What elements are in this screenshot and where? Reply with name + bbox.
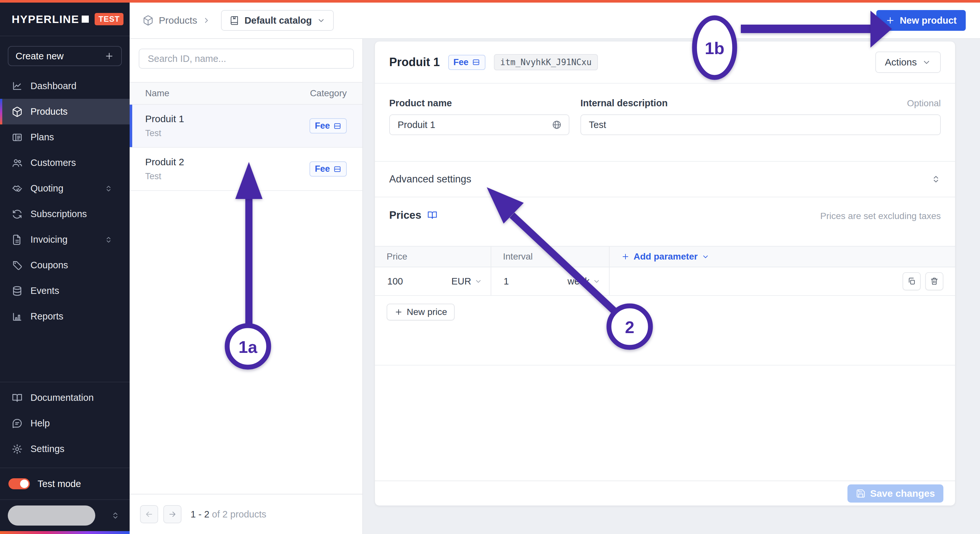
sidebar-item-label: Settings xyxy=(30,443,65,454)
open-book-icon[interactable] xyxy=(427,210,438,220)
sidebar-footer-nav: Documentation Help Settings xyxy=(0,385,130,462)
prev-page-button[interactable] xyxy=(140,505,158,523)
sidebar-item-quoting[interactable]: Quoting xyxy=(0,176,130,201)
column-name: Name xyxy=(145,88,170,99)
selected-indicator xyxy=(130,105,132,147)
new-product-button[interactable]: New product xyxy=(876,10,966,31)
sidebar: HYPERLINE TEST Create new Dashboard Prod… xyxy=(0,3,130,534)
save-changes-button[interactable]: Save changes xyxy=(848,485,943,502)
sidebar-item-events[interactable]: Events xyxy=(0,278,130,304)
sidebar-item-label: Invoicing xyxy=(30,234,67,245)
sidebar-item-help[interactable]: Help xyxy=(0,410,130,436)
product-id-pill[interactable]: itm_NvyhkK_J91NCxu xyxy=(494,54,598,70)
breadcrumb-products[interactable]: Products xyxy=(159,15,197,26)
sidebar-item-plans[interactable]: Plans xyxy=(0,124,130,150)
price-amount-input[interactable] xyxy=(387,276,427,287)
sidebar-item-customers[interactable]: Customers xyxy=(0,150,130,176)
sidebar-item-label: Help xyxy=(30,418,50,429)
sidebar-nav: Dashboard Products Plans Customers xyxy=(0,73,130,329)
column-interval: Interval xyxy=(491,246,609,267)
product-name-label: Product name xyxy=(389,98,452,108)
chevron-down-icon xyxy=(474,277,482,285)
product-category-text: Test xyxy=(145,172,310,181)
sidebar-item-invoicing[interactable]: Invoicing xyxy=(0,227,130,253)
sidebar-item-subscriptions[interactable]: Subscriptions xyxy=(0,201,130,227)
sidebar-item-label: Subscriptions xyxy=(30,209,87,219)
advanced-settings-label: Advanced settings xyxy=(389,173,471,185)
logo-mark xyxy=(82,16,89,23)
package-icon xyxy=(143,15,154,26)
sidebar-item-label: Quoting xyxy=(30,183,64,194)
currency-select[interactable]: EUR xyxy=(452,276,482,287)
pagination-status: 1 - 2 of 2 products xyxy=(191,509,266,520)
sidebar-item-dashboard[interactable]: Dashboard xyxy=(0,73,130,99)
sidebar-item-products[interactable]: Products xyxy=(0,99,130,124)
internal-description-label: Internal description xyxy=(581,98,668,108)
logo: HYPERLINE TEST xyxy=(0,3,130,36)
users-icon xyxy=(12,157,23,168)
open-book-icon xyxy=(12,393,23,404)
advanced-settings-toggle[interactable]: Advanced settings xyxy=(375,161,955,197)
package-icon xyxy=(12,106,23,117)
line-chart-icon xyxy=(12,81,23,92)
sidebar-divider xyxy=(0,382,130,382)
bar-chart-icon xyxy=(12,311,23,322)
price-table-header: Price Interval Add parameter xyxy=(375,246,955,267)
create-new-button[interactable]: Create new xyxy=(8,46,122,66)
account-switcher[interactable] xyxy=(8,505,95,526)
test-mode-toggle[interactable] xyxy=(8,478,30,489)
delete-price-button[interactable] xyxy=(925,272,943,290)
product-name-input[interactable] xyxy=(397,119,552,130)
pagination: 1 - 2 of 2 products xyxy=(130,494,362,534)
new-price-button[interactable]: New price xyxy=(387,304,455,321)
catalog-selector[interactable]: Default catalog xyxy=(221,10,334,31)
table-icon xyxy=(333,165,342,173)
sidebar-item-label: Customers xyxy=(30,157,76,168)
sidebar-item-label: Documentation xyxy=(30,393,94,403)
interval-unit-select[interactable]: week xyxy=(568,276,600,287)
column-price: Price xyxy=(375,246,491,267)
chevron-down-icon xyxy=(317,16,325,25)
refresh-icon xyxy=(12,209,23,220)
interval-unit-value: week xyxy=(568,276,590,287)
sidebar-item-documentation[interactable]: Documentation xyxy=(0,385,130,410)
product-list-panel: Name Category Produit 1 Test Fee Produit… xyxy=(130,39,363,534)
save-changes-label: Save changes xyxy=(870,488,935,499)
currency-value: EUR xyxy=(452,276,471,287)
product-name-field: Product name xyxy=(389,98,570,161)
product-row-1[interactable]: Produit 1 Test Fee xyxy=(130,105,362,148)
sidebar-item-label: Dashboard xyxy=(30,81,76,91)
topbar: Products Default catalog New product xyxy=(130,3,980,39)
duplicate-price-button[interactable] xyxy=(902,272,921,290)
product-row-2[interactable]: Produit 2 Test Fee xyxy=(130,148,362,191)
brand-gradient-bar xyxy=(0,531,130,534)
sidebar-item-label: Coupons xyxy=(30,260,68,270)
prices-section-header: Prices Prices are set excluding taxes xyxy=(375,197,955,246)
expand-chevrons-icon xyxy=(104,184,113,193)
tag-icon xyxy=(12,260,23,271)
actions-button[interactable]: Actions xyxy=(875,51,941,73)
chevron-right-icon xyxy=(202,16,211,25)
fee-badge: Fee xyxy=(448,55,485,70)
internal-description-input[interactable] xyxy=(588,119,933,130)
sidebar-item-reports[interactable]: Reports xyxy=(0,304,130,329)
save-icon xyxy=(856,489,865,498)
globe-icon[interactable] xyxy=(552,120,562,130)
add-parameter-button[interactable]: Add parameter xyxy=(621,251,710,262)
detail-header: Produit 1 Fee itm_NvyhkK_J91NCxu Actions xyxy=(375,41,955,84)
expand-chevrons-icon[interactable] xyxy=(111,511,120,520)
search-input[interactable] xyxy=(147,53,345,65)
product-category-text: Test xyxy=(145,128,310,138)
account-row xyxy=(0,500,130,531)
create-new-label: Create new xyxy=(16,51,64,62)
chevron-down-icon xyxy=(593,277,600,285)
chat-bubble-icon xyxy=(12,418,23,429)
interval-count-input[interactable] xyxy=(503,276,543,287)
sidebar-item-coupons[interactable]: Coupons xyxy=(0,253,130,278)
database-icon xyxy=(12,286,23,297)
next-page-button[interactable] xyxy=(163,505,181,523)
sidebar-item-settings[interactable]: Settings xyxy=(0,436,130,462)
catalog-label: Default catalog xyxy=(244,15,312,26)
breadcrumb: Products Default catalog xyxy=(143,10,334,31)
collapse-chevrons-icon xyxy=(931,174,941,184)
